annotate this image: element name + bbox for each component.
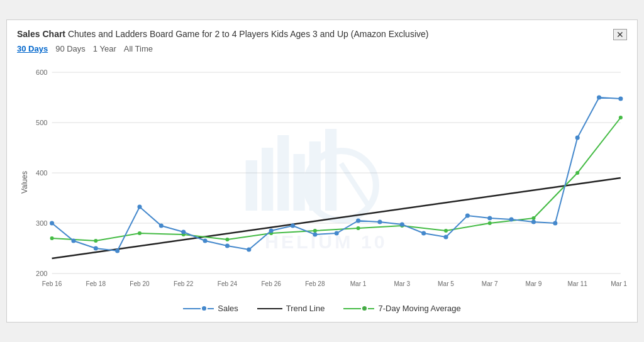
svg-point-41 [313,229,317,233]
svg-text:Values: Values [20,171,29,194]
close-button[interactable]: ✕ [613,29,627,40]
svg-point-61 [313,233,317,237]
chart-container: Sales Chart Chutes and Ladders Board Gam… [6,19,638,323]
svg-point-60 [291,224,295,228]
svg-point-42 [357,226,360,230]
svg-point-44 [444,229,448,233]
svg-point-35 [50,236,54,240]
svg-text:Feb 16: Feb 16 [42,280,62,287]
svg-text:Mar 13: Mar 13 [611,280,627,287]
svg-point-72 [553,221,557,226]
legend-trend: Trend Line [257,304,325,313]
svg-point-67 [443,235,448,240]
svg-text:Feb 28: Feb 28 [305,280,325,287]
svg-point-37 [138,231,142,235]
svg-point-46 [531,216,535,220]
svg-text:500: 500 [36,119,48,126]
svg-rect-25 [246,160,257,211]
chart-title: Sales Chart Chutes and Ladders Board Gam… [17,29,428,39]
svg-text:300: 300 [36,219,48,227]
legend-sales-label: Sales [218,304,238,313]
svg-rect-27 [277,135,289,211]
svg-point-52 [115,249,119,253]
svg-point-45 [488,221,492,225]
svg-rect-26 [262,148,273,211]
svg-rect-30 [325,129,336,211]
svg-text:Feb 26: Feb 26 [261,280,281,287]
svg-text:Feb 20: Feb 20 [130,280,150,287]
chart-legend: Sales Trend Line 7-Day Moving Average [17,304,627,313]
svg-point-63 [356,219,360,223]
legend-sales: Sales [183,304,238,313]
svg-text:Mar 5: Mar 5 [438,280,454,287]
chart-title-rest: Chutes and Ladders Board Game for 2 to 4… [68,29,429,39]
svg-point-71 [531,220,536,224]
svg-point-48 [619,116,623,119]
svg-point-66 [421,231,426,236]
legend-moving-avg: 7-Day Moving Average [343,304,460,313]
svg-text:400: 400 [36,169,48,177]
filter-90days[interactable]: 90 Days [55,44,86,53]
filter-alltime[interactable]: All Time [124,44,153,53]
svg-point-75 [618,97,623,101]
svg-point-69 [487,216,492,221]
svg-text:Mar 1: Mar 1 [350,280,367,287]
svg-point-39 [225,238,229,241]
chart-title-bold: Sales Chart [17,29,65,39]
svg-line-32 [341,163,369,207]
svg-text:600: 600 [36,69,48,76]
time-filters: 30 Days 90 Days 1 Year All Time [17,44,627,53]
svg-text:Mar 3: Mar 3 [394,280,410,287]
filter-30days[interactable]: 30 Days [17,44,48,53]
svg-point-53 [137,205,142,209]
filter-1year[interactable]: 1 Year [93,44,116,53]
legend-trend-label: Trend Line [286,304,325,313]
svg-point-51 [94,246,98,251]
svg-text:Mar 9: Mar 9 [526,280,542,287]
svg-text:200: 200 [36,270,48,277]
svg-text:Mar 7: Mar 7 [482,280,498,287]
svg-point-54 [159,224,164,228]
svg-text:HELIUM 10: HELIUM 10 [265,231,387,252]
svg-point-36 [94,239,97,243]
svg-point-65 [400,223,404,227]
svg-point-64 [377,220,382,224]
svg-point-73 [575,136,580,140]
svg-point-50 [71,239,75,243]
chart-header: Sales Chart Chutes and Ladders Board Gam… [17,29,627,40]
svg-point-74 [597,96,601,100]
svg-point-56 [203,239,208,243]
svg-point-70 [509,218,514,222]
chart-area: Values 600 500 400 300 200 Feb 16 Feb 18… [17,60,627,299]
svg-point-59 [269,229,274,233]
chart-svg: Values 600 500 400 300 200 Feb 16 Feb 18… [17,60,627,299]
svg-point-68 [465,214,470,218]
legend-moving-avg-label: 7-Day Moving Average [378,304,460,313]
svg-point-62 [335,231,339,236]
svg-point-47 [575,171,579,175]
svg-text:Feb 18: Feb 18 [86,280,106,287]
svg-point-58 [247,248,251,252]
svg-point-57 [225,244,230,248]
svg-text:Mar 11: Mar 11 [567,280,587,287]
svg-text:Feb 24: Feb 24 [218,280,238,287]
svg-point-55 [181,230,186,234]
svg-text:Feb 22: Feb 22 [174,280,194,287]
svg-point-49 [50,221,54,226]
